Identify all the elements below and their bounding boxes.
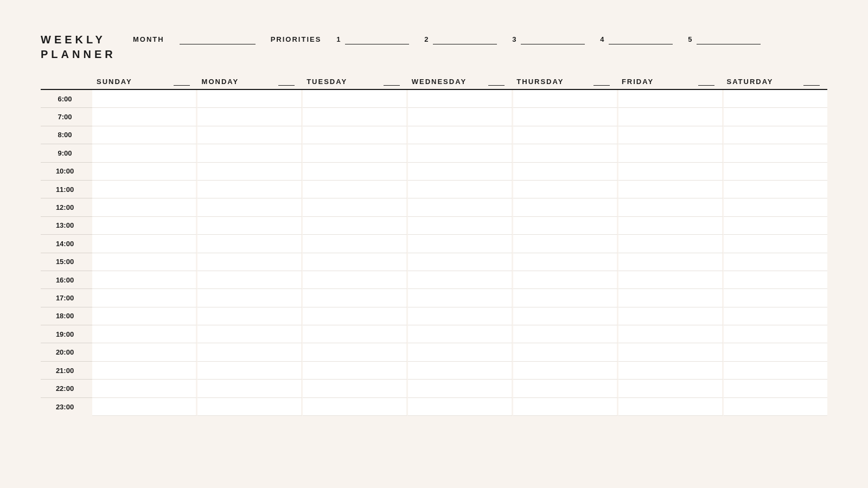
schedule-cell[interactable]: [618, 181, 724, 198]
day-date-input-saturday[interactable]: [803, 77, 820, 86]
day-date-input-thursday[interactable]: [593, 77, 610, 86]
schedule-cell[interactable]: [197, 198, 303, 216]
schedule-cell[interactable]: [513, 108, 618, 126]
schedule-cell[interactable]: [618, 217, 724, 235]
schedule-cell[interactable]: [92, 163, 197, 181]
schedule-cell[interactable]: [92, 271, 197, 289]
schedule-cell[interactable]: [92, 380, 197, 397]
schedule-cell[interactable]: [408, 163, 513, 181]
schedule-cell[interactable]: [408, 307, 513, 325]
schedule-cell[interactable]: [197, 217, 303, 235]
schedule-cell[interactable]: [92, 289, 197, 307]
schedule-cell[interactable]: [92, 90, 197, 108]
schedule-cell[interactable]: [92, 307, 197, 325]
schedule-cell[interactable]: [408, 289, 513, 307]
schedule-cell[interactable]: [303, 343, 408, 361]
schedule-cell[interactable]: [618, 108, 724, 126]
schedule-cell[interactable]: [513, 217, 618, 235]
schedule-cell[interactable]: [92, 108, 197, 126]
schedule-cell[interactable]: [724, 289, 827, 307]
schedule-cell[interactable]: [618, 198, 724, 216]
schedule-cell[interactable]: [92, 325, 197, 343]
schedule-cell[interactable]: [408, 253, 513, 271]
schedule-cell[interactable]: [618, 126, 724, 144]
schedule-cell[interactable]: [724, 181, 827, 198]
schedule-cell[interactable]: [303, 144, 408, 162]
schedule-cell[interactable]: [197, 108, 303, 126]
priority-4-input[interactable]: [609, 34, 673, 44]
schedule-cell[interactable]: [197, 126, 303, 144]
schedule-cell[interactable]: [303, 380, 408, 397]
schedule-cell[interactable]: [408, 126, 513, 144]
priority-3-input[interactable]: [521, 34, 585, 44]
schedule-cell[interactable]: [513, 163, 618, 181]
schedule-cell[interactable]: [303, 163, 408, 181]
schedule-cell[interactable]: [618, 325, 724, 343]
schedule-cell[interactable]: [513, 253, 618, 271]
schedule-cell[interactable]: [303, 126, 408, 144]
schedule-cell[interactable]: [303, 253, 408, 271]
schedule-cell[interactable]: [618, 362, 724, 380]
schedule-cell[interactable]: [408, 108, 513, 126]
schedule-cell[interactable]: [618, 90, 724, 108]
priority-1-input[interactable]: [345, 34, 409, 44]
schedule-cell[interactable]: [724, 235, 827, 253]
schedule-cell[interactable]: [513, 198, 618, 216]
schedule-cell[interactable]: [303, 90, 408, 108]
schedule-cell[interactable]: [513, 271, 618, 289]
schedule-cell[interactable]: [197, 380, 303, 397]
schedule-cell[interactable]: [303, 217, 408, 235]
schedule-cell[interactable]: [408, 343, 513, 361]
schedule-cell[interactable]: [197, 144, 303, 162]
schedule-cell[interactable]: [303, 198, 408, 216]
month-input[interactable]: [180, 34, 256, 44]
schedule-cell[interactable]: [724, 398, 827, 416]
priority-5-input[interactable]: [697, 34, 761, 44]
schedule-cell[interactable]: [724, 343, 827, 361]
day-date-input-tuesday[interactable]: [384, 77, 400, 86]
schedule-cell[interactable]: [724, 362, 827, 380]
schedule-cell[interactable]: [197, 271, 303, 289]
schedule-cell[interactable]: [618, 235, 724, 253]
schedule-cell[interactable]: [408, 198, 513, 216]
priority-2-input[interactable]: [433, 34, 497, 44]
schedule-cell[interactable]: [92, 144, 197, 162]
schedule-cell[interactable]: [513, 289, 618, 307]
schedule-cell[interactable]: [724, 253, 827, 271]
schedule-cell[interactable]: [303, 235, 408, 253]
schedule-cell[interactable]: [92, 343, 197, 361]
schedule-cell[interactable]: [92, 235, 197, 253]
schedule-cell[interactable]: [513, 380, 618, 397]
schedule-cell[interactable]: [408, 362, 513, 380]
schedule-cell[interactable]: [408, 144, 513, 162]
schedule-cell[interactable]: [197, 398, 303, 416]
schedule-cell[interactable]: [618, 343, 724, 361]
day-date-input-wednesday[interactable]: [488, 77, 505, 86]
schedule-cell[interactable]: [513, 307, 618, 325]
schedule-cell[interactable]: [197, 253, 303, 271]
schedule-cell[interactable]: [197, 325, 303, 343]
schedule-cell[interactable]: [92, 217, 197, 235]
schedule-cell[interactable]: [92, 398, 197, 416]
schedule-cell[interactable]: [618, 271, 724, 289]
schedule-cell[interactable]: [618, 144, 724, 162]
schedule-cell[interactable]: [92, 362, 197, 380]
schedule-cell[interactable]: [724, 325, 827, 343]
schedule-cell[interactable]: [513, 90, 618, 108]
schedule-cell[interactable]: [92, 253, 197, 271]
schedule-cell[interactable]: [513, 126, 618, 144]
schedule-cell[interactable]: [513, 235, 618, 253]
schedule-cell[interactable]: [197, 362, 303, 380]
schedule-cell[interactable]: [197, 181, 303, 198]
schedule-cell[interactable]: [724, 307, 827, 325]
schedule-cell[interactable]: [197, 235, 303, 253]
schedule-cell[interactable]: [724, 126, 827, 144]
schedule-cell[interactable]: [303, 307, 408, 325]
schedule-cell[interactable]: [92, 126, 197, 144]
schedule-cell[interactable]: [724, 380, 827, 397]
schedule-cell[interactable]: [408, 235, 513, 253]
schedule-cell[interactable]: [618, 163, 724, 181]
schedule-cell[interactable]: [303, 362, 408, 380]
schedule-cell[interactable]: [513, 144, 618, 162]
schedule-cell[interactable]: [92, 181, 197, 198]
